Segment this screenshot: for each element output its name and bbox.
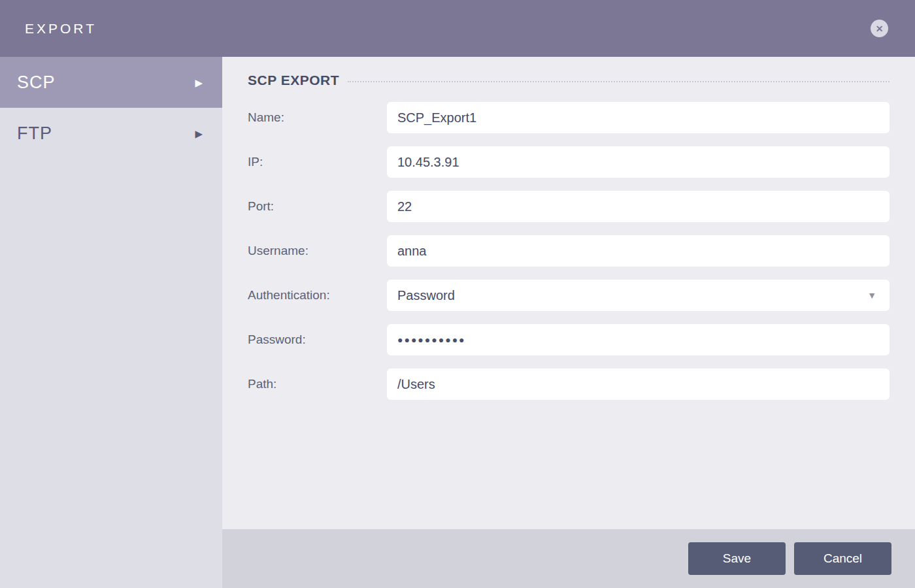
chevron-right-icon: ▶ bbox=[195, 78, 203, 88]
sidebar-item-ftp[interactable]: FTP ▶ bbox=[0, 108, 222, 159]
port-input[interactable] bbox=[387, 191, 890, 222]
close-button[interactable]: ✕ bbox=[871, 20, 888, 37]
name-input[interactable] bbox=[387, 102, 890, 133]
section-header: SCP EXPORT bbox=[248, 71, 890, 90]
save-button[interactable]: Save bbox=[688, 542, 786, 575]
sidebar-item-ftp-label: FTP bbox=[17, 123, 52, 144]
ip-input[interactable] bbox=[387, 146, 890, 178]
password-input[interactable] bbox=[387, 324, 890, 355]
header: EXPORT ✕ bbox=[0, 0, 915, 57]
section-title: SCP EXPORT bbox=[248, 73, 339, 88]
cancel-button[interactable]: Cancel bbox=[794, 542, 891, 575]
close-icon: ✕ bbox=[876, 24, 884, 33]
port-label: Port: bbox=[248, 199, 387, 214]
username-label: Username: bbox=[248, 244, 387, 258]
form-row-ip: IP: bbox=[248, 146, 890, 178]
page-title: EXPORT bbox=[25, 21, 97, 37]
chevron-down-icon: ▼ bbox=[867, 291, 876, 300]
sidebar: SCP ▶ FTP ▶ bbox=[0, 57, 222, 588]
ip-label: IP: bbox=[248, 155, 387, 169]
form-row-password: Password: bbox=[248, 324, 890, 355]
sidebar-item-scp[interactable]: SCP ▶ bbox=[0, 57, 222, 108]
content-area: SCP EXPORT Name: IP: Port: Username: A bbox=[222, 57, 915, 529]
chevron-right-icon: ▶ bbox=[195, 129, 203, 139]
footer-bar: Save Cancel bbox=[222, 529, 915, 588]
form-row-path: Path: bbox=[248, 368, 890, 400]
form-row-port: Port: bbox=[248, 191, 890, 222]
authentication-label: Authentication: bbox=[248, 288, 387, 302]
form-row-authentication: Authentication: Password ▼ bbox=[248, 280, 890, 311]
form-row-username: Username: bbox=[248, 235, 890, 267]
path-input[interactable] bbox=[387, 368, 890, 400]
name-label: Name: bbox=[248, 110, 387, 125]
authentication-select[interactable]: Password ▼ bbox=[387, 280, 890, 311]
form-row-name: Name: bbox=[248, 102, 890, 133]
authentication-selected-value: Password bbox=[397, 288, 455, 303]
username-input[interactable] bbox=[387, 235, 890, 267]
path-label: Path: bbox=[248, 377, 387, 391]
sidebar-item-scp-label: SCP bbox=[17, 73, 56, 93]
divider bbox=[348, 81, 890, 82]
scp-export-form: Name: IP: Port: Username: Authentication… bbox=[248, 102, 890, 400]
export-dialog: EXPORT ✕ SCP ▶ FTP ▶ SCP EXPORT Name: IP… bbox=[0, 0, 915, 588]
password-label: Password: bbox=[248, 333, 387, 347]
